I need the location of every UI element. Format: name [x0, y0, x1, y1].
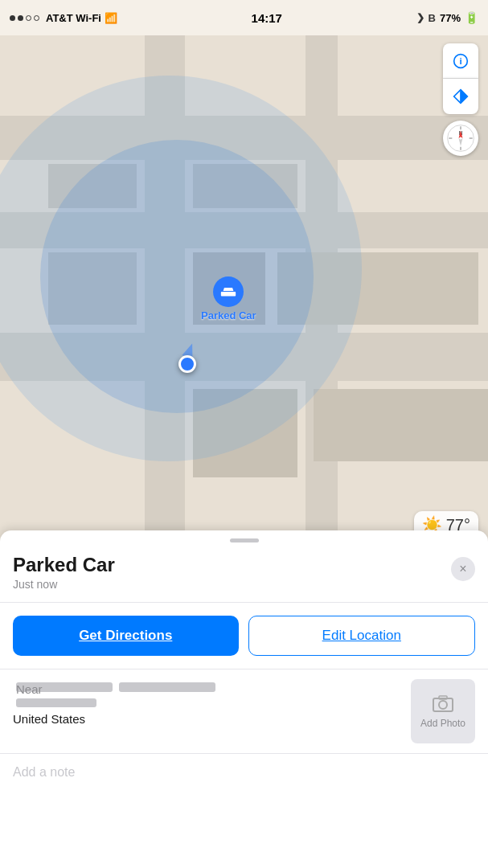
map-controls: i N: [443, 43, 478, 156]
address-near: Near: [13, 679, 215, 707]
signal-dot-4: [34, 15, 39, 21]
parked-car-icon: [213, 276, 244, 307]
note-section[interactable]: Add a note: [0, 753, 488, 791]
sheet-title-group: Parked Car Just now: [13, 554, 115, 591]
address-redacted-2: [16, 698, 96, 707]
near-label: Near: [16, 682, 113, 692]
compass-button[interactable]: N: [443, 121, 478, 156]
address-redacted: [119, 682, 215, 692]
location-button[interactable]: [443, 79, 478, 114]
sheet-header: Parked Car Just now ×: [0, 554, 488, 591]
parked-car-marker[interactable]: Parked Car: [201, 276, 256, 321]
accuracy-circle-inner: [40, 140, 314, 413]
wifi-icon: 📶: [105, 12, 117, 24]
add-photo-button[interactable]: Add Photo: [411, 679, 475, 743]
info-icon: i: [453, 53, 469, 69]
svg-text:i: i: [459, 55, 461, 66]
carrier-label: AT&T Wi-Fi: [46, 12, 101, 24]
compass-icon: N: [446, 124, 475, 153]
location-icon: ❯: [416, 12, 424, 23]
map-area[interactable]: Parked Car i N: [0, 35, 488, 547]
building-7: [314, 389, 488, 461]
bottom-sheet: Parked Car Just now × Get Directions Edi…: [0, 530, 488, 868]
parked-car-label: Parked Car: [201, 309, 256, 321]
signal-dot-3: [26, 15, 31, 21]
info-section: Near United States Add Photo: [0, 669, 488, 753]
signal-dot-2: [18, 15, 23, 21]
edit-location-button[interactable]: Edit Location: [248, 616, 476, 656]
info-button[interactable]: i: [443, 43, 478, 79]
action-buttons: Get Directions Edit Location: [0, 603, 488, 669]
camera-icon: [432, 694, 454, 713]
add-note-label[interactable]: Add a note: [13, 765, 75, 779]
status-time: 14:17: [252, 11, 282, 25]
status-bar: AT&T Wi-Fi 📶 14:17 ❯ B 77% 🔋: [0, 0, 488, 35]
add-photo-label: Add Photo: [420, 718, 465, 729]
car-svg: [219, 283, 237, 301]
signal-dot-1: [10, 15, 15, 21]
close-button[interactable]: ×: [451, 557, 475, 581]
sheet-handle: [230, 538, 259, 542]
status-right: ❯ B 77% 🔋: [416, 11, 478, 24]
svg-point-14: [439, 701, 447, 709]
battery-icon: 🔋: [465, 11, 478, 24]
get-directions-button[interactable]: Get Directions: [13, 616, 239, 656]
address-country: United States: [13, 712, 215, 726]
sheet-subtitle: Just now: [13, 578, 115, 591]
svg-rect-0: [221, 292, 236, 297]
signal-dots: [10, 15, 39, 21]
location-arrow-icon: [453, 88, 469, 104]
sheet-title: Parked Car: [13, 554, 115, 576]
user-location-dot: [178, 355, 196, 373]
address-block: Near United States: [13, 679, 215, 726]
battery-percent: 77%: [440, 12, 461, 24]
status-left: AT&T Wi-Fi 📶: [10, 12, 117, 24]
bluetooth-icon: B: [429, 12, 436, 24]
